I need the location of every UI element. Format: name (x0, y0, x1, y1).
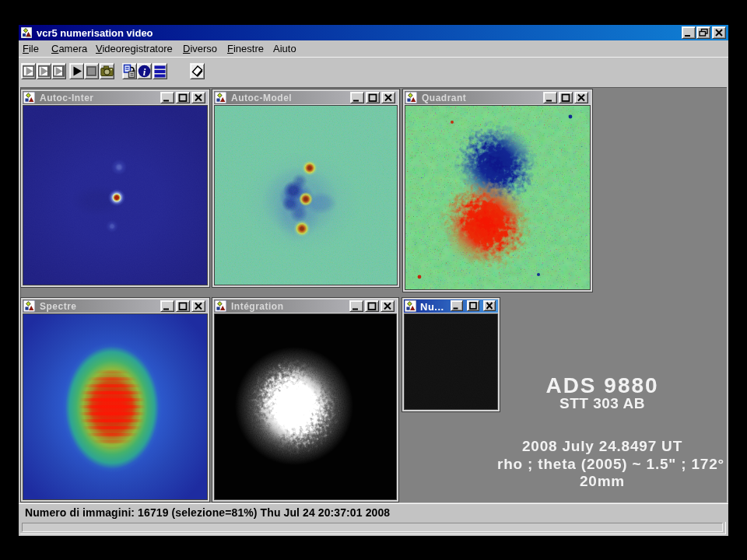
svg-text:i: i (143, 66, 146, 78)
